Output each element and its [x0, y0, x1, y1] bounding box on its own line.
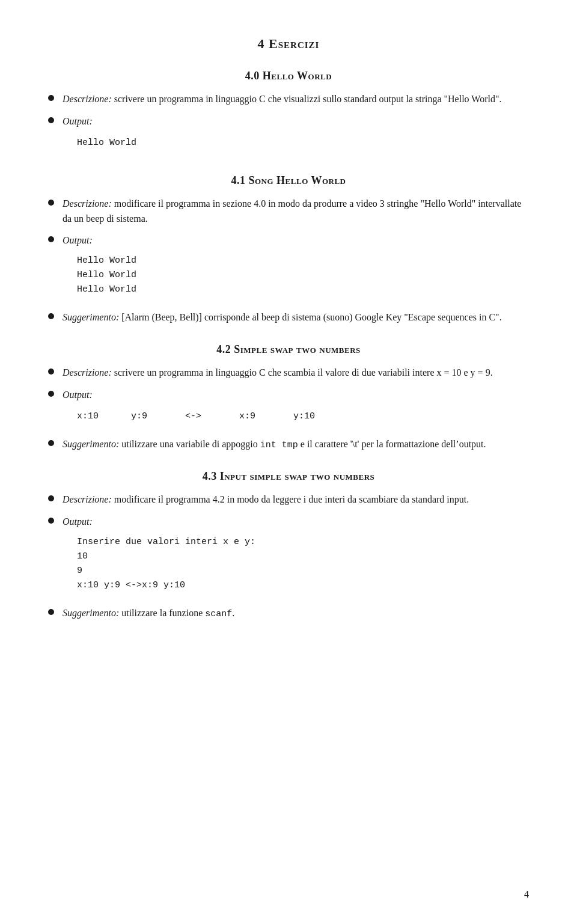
bullet-icon: [48, 369, 54, 375]
bullet-icon: [48, 236, 54, 242]
output-line: Hello World: [77, 138, 136, 148]
bullet-icon: [48, 609, 54, 615]
output-line: Hello World Hello World Hello World: [77, 254, 529, 297]
section-title-4-3: 4.3 Input simple swap two numbers: [48, 470, 529, 483]
list-item: Output: Hello World: [48, 114, 529, 156]
output-block: Inserire due valori interi x e y: 10 9 x…: [77, 535, 529, 593]
output-label: Output:: [63, 116, 93, 126]
bullet-icon: [48, 440, 54, 446]
description-label: Descrizione:: [63, 494, 112, 504]
output-block: x:10 y:9 <-> x:9 y:10: [77, 408, 529, 424]
description-label: Descrizione:: [63, 94, 112, 104]
bullet-icon: [48, 313, 54, 319]
suggerimento-text: Suggerimento: utilizzare una variabile d…: [63, 437, 529, 452]
section-title-4-0: 4.0 Hello World: [48, 70, 529, 82]
bullet-icon: [48, 495, 54, 501]
output-label: Output:: [63, 235, 93, 245]
section-title-4-2: 4.2 Simple swap two numbers: [48, 343, 529, 356]
list-item: Suggerimento: utilizzare la funzione sca…: [48, 606, 529, 621]
section-4-2-list: Descrizione: scrivere un programma in li…: [48, 366, 529, 452]
suggerimento-text: Suggerimento: [Alarm (Beep, Bell)] corri…: [63, 310, 529, 325]
chapter-title: 4 Esercizi: [48, 36, 529, 52]
description-text: Descrizione: scrivere un programma in li…: [63, 366, 529, 381]
section-4-1-list: Descrizione: modificare il programma in …: [48, 197, 529, 325]
bullet-icon: [48, 391, 54, 397]
output-item: Output: Hello World: [63, 114, 529, 156]
bullet-icon: [48, 95, 54, 101]
suggerimento-label: Suggerimento:: [63, 312, 119, 322]
list-item: Output: Hello World Hello World Hello Wo…: [48, 233, 529, 303]
description-label: Descrizione:: [63, 367, 112, 378]
output-block: Hello World Hello World Hello World: [77, 254, 529, 297]
output-label: Output:: [63, 516, 93, 527]
description-text: Descrizione: scrivere un programma in li…: [63, 92, 529, 107]
list-item: Output: Inserire due valori interi x e y…: [48, 515, 529, 599]
page-number: 4: [524, 889, 529, 900]
description-text: Descrizione: modificare il programma in …: [63, 197, 529, 227]
description-text: Descrizione: modificare il programma 4.2…: [63, 492, 529, 507]
list-item: Descrizione: scrivere un programma in li…: [48, 92, 529, 107]
list-item: Output: x:10 y:9 <-> x:9 y:10: [48, 388, 529, 430]
output-line: Inserire due valori interi x e y: 10 9 x…: [77, 535, 529, 593]
list-item: Suggerimento: utilizzare una variabile d…: [48, 437, 529, 452]
bullet-icon: [48, 518, 54, 524]
output-line: x:10 y:9 <-> x:9 y:10: [77, 411, 315, 421]
inline-code: int tmp: [260, 440, 298, 450]
output-label: Output:: [63, 390, 93, 400]
list-item: Descrizione: modificare il programma 4.2…: [48, 492, 529, 507]
output-block: Hello World: [77, 135, 529, 150]
section-title-4-1: 4.1 Song Hello World: [48, 174, 529, 187]
suggerimento-label: Suggerimento:: [63, 439, 119, 449]
suggerimento-label: Suggerimento:: [63, 608, 119, 618]
list-item: Suggerimento: [Alarm (Beep, Bell)] corri…: [48, 310, 529, 325]
output-item: Output: Hello World Hello World Hello Wo…: [63, 233, 529, 303]
section-4-0-list: Descrizione: scrivere un programma in li…: [48, 92, 529, 156]
bullet-icon: [48, 200, 54, 206]
list-item: Descrizione: modificare il programma in …: [48, 197, 529, 227]
description-label: Descrizione:: [63, 198, 112, 209]
bullet-icon: [48, 117, 54, 123]
output-item: Output: x:10 y:9 <-> x:9 y:10: [63, 388, 529, 430]
section-4-3-list: Descrizione: modificare il programma 4.2…: [48, 492, 529, 621]
inline-code: scanf: [205, 609, 232, 619]
suggerimento-text: Suggerimento: utilizzare la funzione sca…: [63, 606, 529, 621]
output-item: Output: Inserire due valori interi x e y…: [63, 515, 529, 599]
list-item: Descrizione: scrivere un programma in li…: [48, 366, 529, 381]
